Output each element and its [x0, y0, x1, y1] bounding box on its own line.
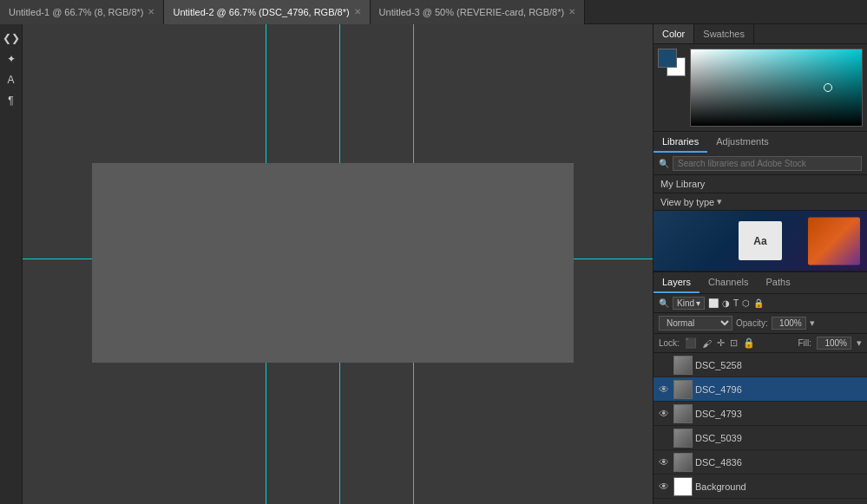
libraries-search-input[interactable]	[673, 156, 862, 171]
layer-name: DSC_5258	[695, 360, 864, 370]
library-thumbnail: Aa	[654, 211, 867, 272]
library-thumb-card: Aa	[739, 221, 782, 260]
layer-name: DSC_4793	[695, 409, 864, 419]
layer-row[interactable]: 👁 DSC_4796	[654, 377, 867, 402]
tab3-label: Untitled-3 @ 50% (REVERIE-card, RGB/8*)	[379, 7, 565, 17]
document-canvas	[92, 163, 574, 363]
libraries-tabs: Libraries Adjustments	[654, 132, 867, 153]
tab2-label: Untitled-2 @ 66.7% (DSC_4796, RGB/8*)	[173, 7, 349, 17]
main-area: ❮❯ ✦ A ¶ Color Swatches	[0, 24, 867, 504]
kind-icon-smart[interactable]: 🔒	[753, 298, 764, 308]
layer-thumbnail	[673, 477, 693, 496]
color-panel-tabs: Color Swatches	[654, 24, 867, 44]
library-thumb-eye	[808, 217, 860, 265]
lock-all-icon[interactable]: 🔒	[743, 337, 755, 349]
opacity-value[interactable]: 100%	[772, 317, 806, 330]
tool-type[interactable]: A	[2, 70, 21, 89]
layer-visibility-toggle[interactable]: 👁	[657, 431, 671, 445]
layer-thumbnail	[673, 453, 693, 472]
gradient-picker-handle[interactable]	[824, 83, 832, 92]
libraries-search-bar: 🔍	[654, 153, 867, 175]
kind-select[interactable]: Kind ▾	[673, 297, 705, 310]
tab-untitled1[interactable]: Untitled-1 @ 66.7% (8, RGB/8*) ✕	[0, 0, 164, 24]
lock-artboard-icon[interactable]: ⊡	[730, 337, 738, 349]
layers-lock-bar: Lock: ⬛ 🖌 ✛ ⊡ 🔒 Fill: 100% ▾	[654, 334, 867, 353]
tab-layers[interactable]: Layers	[654, 272, 700, 293]
tab-adjustments[interactable]: Adjustments	[707, 132, 778, 153]
layer-name: Background	[695, 481, 864, 492]
opacity-chevron: ▾	[810, 317, 815, 329]
kind-icon-type[interactable]: T	[733, 298, 739, 308]
tool-move[interactable]: ✦	[2, 49, 21, 69]
layer-row[interactable]: 👁 Background	[654, 475, 867, 499]
lock-transparent-icon[interactable]: ⬛	[685, 337, 697, 349]
layer-row[interactable]: 👁 DSC_5258	[654, 353, 867, 377]
layer-name: DSC_4836	[695, 457, 864, 468]
layer-name: DSC_4796	[695, 384, 864, 395]
foreground-color-swatch[interactable]	[658, 49, 677, 68]
layers-list: 👁 DSC_5258 👁 DSC_4796 👁	[654, 353, 867, 504]
kind-icon-pixel[interactable]: ⬜	[708, 298, 719, 308]
left-toolbar: ❮❯ ✦ A ¶	[0, 24, 23, 504]
canvas-area[interactable]	[23, 24, 653, 504]
tab3-close[interactable]: ✕	[568, 7, 575, 16]
layer-row[interactable]: 👁 DSC_4793	[654, 402, 867, 426]
layer-visibility-toggle[interactable]: 👁	[657, 383, 671, 396]
tab-untitled2[interactable]: Untitled-2 @ 66.7% (DSC_4796, RGB/8*) ✕	[164, 0, 370, 24]
lock-image-icon[interactable]: 🖌	[702, 338, 712, 349]
kind-icon-shape[interactable]: ⬡	[742, 298, 750, 308]
layer-thumb-image	[674, 405, 692, 422]
search-icon: 🔍	[659, 159, 669, 168]
libraries-panel: Libraries Adjustments 🔍 My Library View …	[654, 132, 867, 272]
gradient-field	[691, 49, 862, 126]
color-picker-area	[654, 44, 867, 131]
chevron-down-icon: ▾	[717, 196, 722, 207]
blend-mode-select[interactable]: Normal	[659, 316, 732, 331]
right-panel: Color Swatches Libra	[653, 24, 867, 504]
layer-visibility-toggle[interactable]: 👁	[657, 480, 671, 494]
layer-row[interactable]: 👁 DSC_5039	[654, 426, 867, 450]
tab-color[interactable]: Color	[654, 24, 694, 43]
canvas-content	[23, 24, 653, 504]
layer-row[interactable]: 👁 DSC_4836	[654, 450, 867, 475]
tab1-close[interactable]: ✕	[148, 7, 154, 16]
layer-visibility-toggle[interactable]: 👁	[657, 358, 671, 372]
tab1-label: Untitled-1 @ 66.7% (8, RGB/8*)	[9, 7, 143, 17]
layers-blend-bar: Normal Opacity: 100% ▾	[654, 313, 867, 334]
fill-value[interactable]: 100%	[817, 337, 851, 350]
tool-paragraph[interactable]: ¶	[2, 91, 21, 110]
tab-libraries[interactable]: Libraries	[654, 132, 707, 153]
layer-visibility-toggle[interactable]: 👁	[657, 455, 671, 469]
fill-chevron: ▾	[857, 337, 862, 349]
color-gradient-picker[interactable]	[690, 49, 863, 127]
layer-visibility-toggle[interactable]: 👁	[657, 407, 671, 421]
layer-thumb-image	[674, 429, 692, 447]
layers-kind-bar: 🔍 Kind ▾ ⬜ ◑ T ⬡ 🔒	[654, 294, 867, 313]
tab-paths[interactable]: Paths	[758, 272, 799, 293]
layer-thumbnail	[673, 404, 693, 423]
layer-thumb-image	[674, 454, 692, 471]
search-icon-small: 🔍	[659, 298, 669, 308]
chevron-icon: ▾	[696, 298, 700, 308]
layer-thumb-image	[674, 357, 692, 374]
kind-icon-adjustment[interactable]: ◑	[722, 298, 730, 308]
foreground-background-swatches[interactable]	[658, 49, 686, 76]
layer-thumb-image	[674, 381, 692, 398]
tab-swatches[interactable]: Swatches	[694, 24, 754, 43]
layer-name: DSC_5039	[695, 433, 864, 443]
layers-panel: Layers Channels Paths 🔍 Kind ▾ ⬜ ◑ T	[654, 272, 867, 504]
tab-channels[interactable]: Channels	[700, 272, 757, 293]
lock-position-icon[interactable]: ✛	[717, 337, 725, 349]
layer-thumbnail	[673, 380, 693, 399]
my-library-label: My Library	[654, 175, 867, 193]
layers-tabs: Layers Channels Paths	[654, 272, 867, 294]
tab-untitled3[interactable]: Untitled-3 @ 50% (REVERIE-card, RGB/8*) …	[371, 0, 586, 24]
layer-thumbnail	[673, 429, 693, 448]
color-panel: Color Swatches	[654, 24, 867, 132]
view-by-type-row[interactable]: View by type ▾	[654, 193, 867, 211]
tab2-close[interactable]: ✕	[354, 7, 361, 16]
layer-thumbnail	[673, 356, 693, 375]
layer-thumb-white	[674, 478, 692, 495]
tool-panel-toggle[interactable]: ❮❯	[2, 29, 21, 48]
tab-bar: Untitled-1 @ 66.7% (8, RGB/8*) ✕ Untitle…	[0, 0, 867, 24]
